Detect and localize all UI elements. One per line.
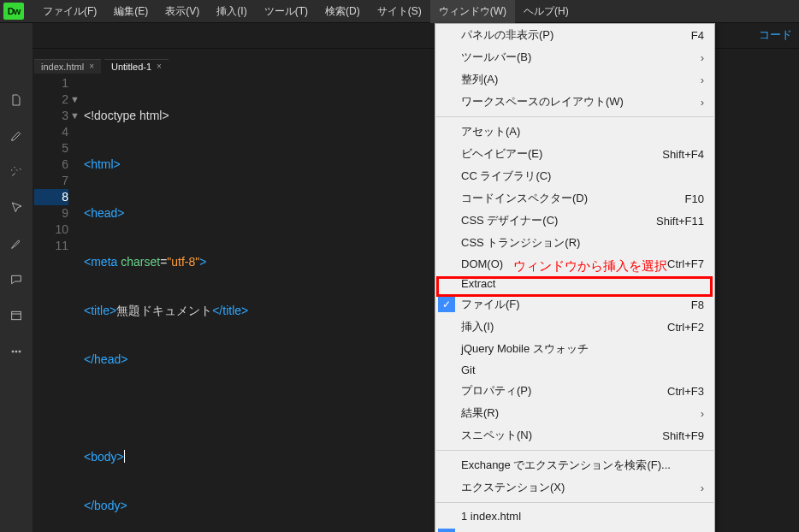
menu-item-label: ワークスペースのレイアウト(W) (461, 94, 624, 109)
menu-item-label: プロパティ(P) (461, 383, 531, 399)
code-text: <head> (84, 206, 125, 220)
line-number: 1 (34, 75, 68, 92)
menu-item[interactable]: ✓ファイル(F)F8 (435, 293, 714, 316)
menu-item[interactable]: ワークスペースのレイアウト(W) (435, 91, 714, 113)
menu-item[interactable]: ✓2 Untitled-1 (435, 526, 714, 532)
code-text: <html> (84, 157, 121, 171)
menu-item-label: Git (461, 364, 476, 376)
menu-item-label: 挿入(I) (461, 319, 494, 334)
check-icon: ✓ (438, 297, 455, 312)
close-icon[interactable]: × (157, 62, 162, 71)
view-mode-code[interactable]: コード (759, 27, 792, 43)
menu-item-shortcut: Ctrl+F2 (667, 321, 704, 334)
menu-item[interactable]: 1 index.html (435, 506, 714, 526)
close-icon[interactable]: × (89, 62, 94, 71)
tab-index[interactable]: index.html × (34, 59, 101, 74)
line-number: 6 (34, 157, 68, 173)
menu-item-label: アセット(A) (461, 124, 520, 139)
menu-item-label: CC ライブラリ(C) (461, 168, 551, 184)
menu-site[interactable]: サイト(S) (369, 0, 430, 23)
svg-point-3 (19, 351, 21, 352)
tab-untitled[interactable]: Untitled-1 × (104, 59, 169, 74)
line-number: 3 (34, 108, 68, 124)
menu-bar: Dw ファイル(F) 編集(E) 表示(V) 挿入(I) ツール(T) 検索(D… (0, 0, 799, 23)
line-number: 7 (34, 173, 68, 189)
menu-item[interactable]: DOM(O)Ctrl+F7 (435, 254, 714, 274)
file-icon[interactable] (9, 92, 24, 108)
menu-edit[interactable]: 編集(E) (105, 0, 157, 23)
menu-item-label: ファイル(F) (461, 297, 520, 312)
cursor-icon[interactable] (9, 200, 24, 216)
menu-item[interactable]: Exchange でエクステンションを検索(F)... (435, 454, 714, 476)
more-icon[interactable] (9, 344, 24, 359)
menu-item[interactable]: プロパティ(P)Ctrl+F3 (435, 380, 714, 402)
menu-item[interactable]: スニペット(N)Shift+F9 (435, 424, 714, 446)
svg-point-2 (15, 351, 17, 352)
app-icon: Dw (3, 3, 24, 20)
line-number: 5 (34, 140, 68, 157)
menu-item[interactable]: jQuery Mobile スウォッチ (435, 338, 714, 360)
line-number: 11 (34, 238, 68, 254)
menu-item-shortcut: F4 (691, 29, 704, 42)
menu-item[interactable]: 挿入(I)Ctrl+F2 (435, 316, 714, 338)
menu-find[interactable]: 検索(D) (317, 0, 369, 23)
comment-icon[interactable] (9, 272, 24, 287)
menu-item[interactable]: エクステンション(X) (435, 476, 714, 499)
menu-item-shortcut: F8 (691, 299, 704, 311)
tab-label: Untitled-1 (111, 62, 151, 72)
brush-icon[interactable] (9, 236, 24, 251)
svg-point-1 (12, 351, 14, 352)
code-text: </body> (84, 499, 127, 512)
menu-item-shortcut: Ctrl+F3 (667, 385, 704, 398)
line-number-gutter: 1234567891011 (34, 75, 75, 254)
menu-item-label: CSS デザイナー(C) (461, 213, 558, 228)
menu-item-label: パネルの非表示(P) (461, 27, 553, 43)
menu-insert[interactable]: 挿入(I) (208, 0, 255, 23)
pencil-icon[interactable] (9, 128, 24, 144)
code-text: <body> (84, 450, 124, 464)
menu-item-label: スニペット(N) (461, 428, 532, 443)
line-number: 4 (34, 124, 68, 140)
line-number: 8 (34, 189, 68, 205)
menu-view[interactable]: 表示(V) (157, 0, 208, 23)
menu-item-label: エクステンション(X) (461, 480, 565, 495)
menu-item[interactable]: CSS デザイナー(C)Shift+F11 (435, 210, 714, 232)
line-number: 9 (34, 205, 68, 222)
menu-item[interactable]: ビヘイビアー(E)Shift+F4 (435, 143, 714, 165)
menu-item-label: Extract (461, 277, 495, 290)
menu-item-label: 整列(A) (461, 72, 498, 87)
menu-item[interactable]: CSS トランジション(R) (435, 232, 714, 254)
menu-item[interactable]: コードインスペクター(D)F10 (435, 187, 714, 210)
menu-item[interactable]: 結果(R) (435, 402, 714, 424)
wand-icon[interactable] (9, 164, 24, 180)
menu-item[interactable]: CC ライブラリ(C) (435, 165, 714, 187)
menu-item[interactable]: パネルの非表示(P)F4 (435, 24, 714, 46)
svg-rect-0 (12, 311, 21, 319)
menu-item-label: 結果(R) (461, 405, 499, 421)
menu-item[interactable]: ツールバー(B) (435, 46, 714, 68)
menu-item-shortcut: Shift+F9 (662, 429, 704, 442)
line-number: 10 (34, 222, 68, 238)
menu-item-shortcut: Shift+F4 (662, 148, 704, 161)
menu-item[interactable]: Git (435, 360, 714, 380)
menu-item-label: Exchange でエクステンションを検索(F)... (461, 458, 671, 473)
tool-sidebar (0, 75, 33, 532)
menu-item-label: コードインスペクター(D) (461, 191, 588, 206)
tab-label: index.html (41, 62, 84, 72)
menu-item[interactable]: Extract (435, 274, 714, 293)
menu-item-shortcut: F10 (685, 192, 704, 205)
code-editor[interactable]: <!doctype html> <html> <head> <meta char… (84, 75, 248, 532)
menu-file[interactable]: ファイル(F) (34, 0, 105, 23)
panel-icon[interactable] (9, 308, 24, 323)
menu-help[interactable]: ヘルプ(H) (515, 0, 577, 23)
menu-item-shortcut: Shift+F11 (656, 215, 704, 228)
menu-item[interactable]: 整列(A) (435, 68, 714, 91)
fold-gutter: ▼▼ (70, 75, 80, 254)
menu-window[interactable]: ウィンドウ(W) (430, 0, 515, 23)
menu-tools[interactable]: ツール(T) (256, 0, 317, 23)
code-text: </head> (84, 352, 127, 366)
code-text: <!doctype html> (84, 109, 169, 122)
menu-item-shortcut: Ctrl+F7 (667, 257, 704, 270)
menu-item[interactable]: アセット(A) (435, 121, 714, 143)
editor-tabs: index.html × Untitled-1 × (34, 56, 169, 75)
